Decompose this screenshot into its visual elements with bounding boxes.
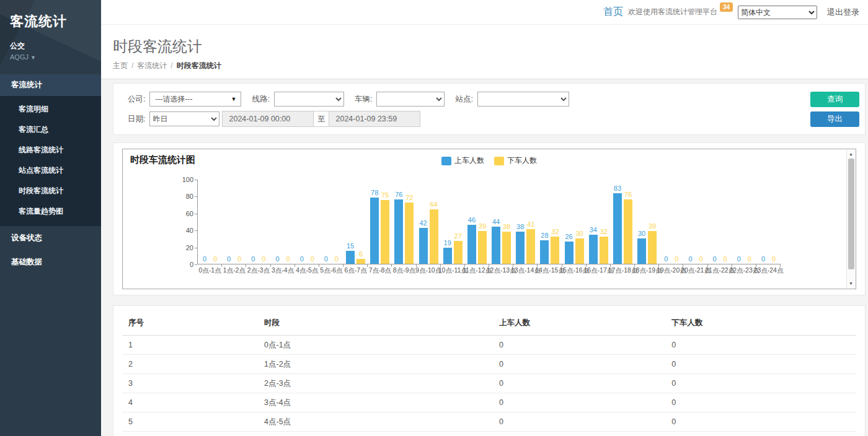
bar-group: 0021点-22点 xyxy=(708,180,732,264)
bar-group: 76728点-9点 xyxy=(392,180,416,264)
sidebar-subitem[interactable]: 时段客流统计 xyxy=(0,181,101,201)
bar-boarding[interactable] xyxy=(492,227,500,264)
bar-boarding[interactable] xyxy=(394,199,403,264)
chart-legend: 上车人数下车人数 xyxy=(436,155,542,166)
table-cell: 5点-6点 xyxy=(258,432,493,436)
bar-boarding[interactable] xyxy=(637,238,646,264)
table-cell: 3点-4点 xyxy=(258,393,493,412)
bar-alighting[interactable] xyxy=(381,200,389,264)
bar-alighting[interactable] xyxy=(624,199,632,264)
bar-boarding[interactable] xyxy=(370,198,379,264)
bar-alighting[interactable] xyxy=(648,231,657,264)
x-axis-label: 8点-9点 xyxy=(393,266,415,275)
account-dropdown[interactable]: AQGJ ▼ xyxy=(10,53,91,61)
bar-group: 42649点-10点 xyxy=(417,180,441,264)
legend-item[interactable]: 上车人数 xyxy=(441,155,484,166)
bar-group: 837617点-18点 xyxy=(611,180,635,264)
legend-label: 上车人数 xyxy=(454,155,484,166)
bar-alighting[interactable] xyxy=(600,237,608,264)
bar-boarding[interactable] xyxy=(419,228,428,264)
bar-boarding[interactable] xyxy=(443,248,452,264)
bar-group: 463911点-12点 xyxy=(465,180,489,264)
bar-alighting[interactable] xyxy=(526,229,535,264)
company-select[interactable]: ---请选择--- ▼ xyxy=(149,92,241,107)
bar-alighting[interactable] xyxy=(356,259,365,264)
table-row: 65点-6点00 xyxy=(122,432,856,436)
table-header-cell: 时段 xyxy=(258,311,493,336)
bar-boarding[interactable] xyxy=(516,232,525,264)
line-select[interactable] xyxy=(274,92,344,107)
bar-group: 002点-3点 xyxy=(246,180,270,264)
sidebar-submenu: 客流明细客流汇总线路客流统计站点客流统计时段客流统计客流量趋势图 xyxy=(0,96,101,226)
chevron-down-icon: ▼ xyxy=(30,54,36,61)
table-cell: 0 xyxy=(493,412,665,432)
line-label: 线路: xyxy=(252,94,269,105)
bar-value-label: 0 xyxy=(328,255,345,263)
table-cell: 0 xyxy=(665,374,856,393)
query-button[interactable]: 查询 xyxy=(810,92,859,107)
y-axis-tick xyxy=(195,230,197,231)
bar-boarding[interactable] xyxy=(540,240,549,264)
chart-box: 时段车流统计图 上车人数下车人数 000点-1点001点-2点002点-3点00… xyxy=(122,149,856,289)
station-select[interactable] xyxy=(477,92,569,107)
bar-group: 1566点-7点 xyxy=(343,180,368,264)
bar-group: 0020点-21点 xyxy=(683,180,707,264)
bar-group: 0023点-24点 xyxy=(756,180,781,264)
sidebar-subitem[interactable]: 客流明细 xyxy=(0,99,101,120)
date-to-input[interactable] xyxy=(329,111,420,127)
sidebar-subitem[interactable]: 客流量趋势图 xyxy=(0,201,101,222)
home-link[interactable]: 首页 xyxy=(603,6,623,19)
sidebar-subitem[interactable]: 站点客流统计 xyxy=(0,160,101,181)
bar-group: 78757点-8点 xyxy=(368,180,392,264)
bar-alighting[interactable] xyxy=(551,237,559,264)
bar-boarding[interactable] xyxy=(565,242,574,264)
scrollbar-thumb[interactable] xyxy=(848,159,854,269)
bar-value-label: 0 xyxy=(765,255,782,263)
bar-boarding[interactable] xyxy=(589,235,598,264)
x-axis-tick xyxy=(294,264,295,267)
breadcrumb-item: 时段客流统计 xyxy=(177,61,221,70)
scroll-up-icon[interactable]: ▲ xyxy=(847,150,855,158)
company-label: 公司: xyxy=(128,94,145,105)
x-axis-tick xyxy=(319,264,319,267)
bar-group: 443812点-13点 xyxy=(489,180,513,264)
bar-alighting[interactable] xyxy=(575,238,584,264)
vehicle-label: 车辆: xyxy=(355,94,372,105)
bar-alighting[interactable] xyxy=(454,241,463,264)
sidebar-section-passenger-stats[interactable]: 客流统计 xyxy=(0,74,101,96)
bar-boarding[interactable] xyxy=(467,225,476,264)
legend-item[interactable]: 下车人数 xyxy=(494,155,537,166)
language-select[interactable]: 简体中文 xyxy=(738,6,817,19)
bar-group: 0019点-20点 xyxy=(659,180,683,264)
bar-alighting[interactable] xyxy=(502,232,511,264)
table-cell: 1点-2点 xyxy=(258,355,493,374)
bar-alighting[interactable] xyxy=(430,209,438,264)
x-axis-label: 4点-5点 xyxy=(296,266,318,275)
breadcrumb-separator: / xyxy=(170,61,172,70)
notification-badge[interactable]: 34 xyxy=(720,2,733,12)
bar-boarding[interactable] xyxy=(613,193,622,264)
table-body: 10点-1点0021点-2点0032点-3点0043点-4点0054点-5点00… xyxy=(122,336,856,436)
y-axis-label: 40 xyxy=(174,227,193,234)
chart-scrollbar[interactable]: ▲ ▼ xyxy=(846,150,855,288)
legend-swatch xyxy=(441,157,451,165)
dropdown-arrow-icon: ▼ xyxy=(231,92,237,106)
sidebar-subitem[interactable]: 线路客流统计 xyxy=(0,140,101,160)
x-axis-tick xyxy=(367,264,368,267)
bar-alighting[interactable] xyxy=(478,231,487,264)
breadcrumb-item[interactable]: 客流统计 xyxy=(137,61,167,70)
sidebar-subitem[interactable]: 客流汇总 xyxy=(0,120,101,140)
scroll-down-icon[interactable]: ▼ xyxy=(847,280,855,287)
bar-alighting[interactable] xyxy=(405,203,414,264)
breadcrumb-item[interactable]: 主页 xyxy=(113,61,128,70)
date-from-input[interactable] xyxy=(222,111,314,127)
date-preset-select[interactable]: 昨日 xyxy=(149,111,219,126)
sidebar-item[interactable]: 基础数据 xyxy=(0,250,101,274)
x-axis-label: 1点-2点 xyxy=(223,266,246,275)
export-button[interactable]: 导出 xyxy=(810,111,859,127)
table-cell: 0 xyxy=(665,336,856,355)
table-cell: 0 xyxy=(665,393,856,412)
vehicle-select[interactable] xyxy=(376,92,445,107)
sidebar-item[interactable]: 设备状态 xyxy=(0,226,101,250)
logout-link[interactable]: 退出登录 xyxy=(827,7,859,18)
